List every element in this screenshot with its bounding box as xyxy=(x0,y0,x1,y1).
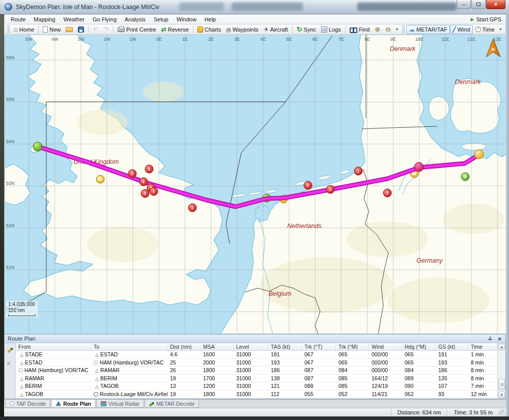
title-bar[interactable]: SkyDemon Plan: Isle of Man - Rostock-Laa… xyxy=(0,0,509,14)
menu-item-setup[interactable]: Setup xyxy=(150,15,173,23)
route-plan-panel-header[interactable]: Route Plan × xyxy=(5,334,505,343)
toolbar-label: Wind xyxy=(457,26,470,33)
waypoint-cell: Rostock-Laage Mil/Civ Airfield xyxy=(91,390,167,398)
table-cell: 1800 xyxy=(201,367,234,374)
toolbar-overflow-icon[interactable]: ▾ xyxy=(393,25,401,34)
map-badge[interactable]: I xyxy=(354,167,362,175)
map-badge[interactable] xyxy=(474,150,484,159)
menu-item-window[interactable]: Window xyxy=(173,15,201,23)
column-header[interactable]: Level xyxy=(234,343,268,350)
pin-icon[interactable] xyxy=(488,337,492,341)
toolbar-waypoints-button[interactable]: ◎Waypoints xyxy=(223,25,261,34)
tab-taf-decode[interactable]: TAF Decode xyxy=(5,400,50,408)
table-row[interactable]: △STADE△ESTAD4.6160031000191067065000/000… xyxy=(16,351,497,359)
map-badge[interactable]: I xyxy=(383,189,391,197)
start-gps-button[interactable]: ▶ Start GPS xyxy=(471,16,501,22)
map-badge[interactable]: I xyxy=(145,165,153,173)
toolbar-new-button[interactable]: New xyxy=(40,25,63,34)
delete-row-icon[interactable]: × xyxy=(7,359,11,367)
resize-grip[interactable] xyxy=(499,409,505,415)
map-badge[interactable]: M xyxy=(96,175,104,183)
column-header[interactable]: Trk (°T) xyxy=(302,343,336,350)
menu-item-analysis[interactable]: Analysis xyxy=(121,15,150,23)
column-header[interactable]: From xyxy=(16,343,91,350)
land-zealand xyxy=(450,78,501,133)
column-header[interactable]: Wind xyxy=(369,343,402,350)
toolbar-wind-button[interactable]: ╱Wind xyxy=(450,25,473,34)
map-badge[interactable]: I xyxy=(150,187,158,195)
scrollbar-thumb[interactable] xyxy=(498,379,505,390)
toolbar-time-button[interactable]: Time xyxy=(473,25,497,34)
table-cell: 087 xyxy=(302,375,336,382)
scroll-up-icon[interactable]: ▲ xyxy=(498,344,505,350)
map-badge[interactable]: I xyxy=(188,204,196,212)
table-row[interactable]: △RAMAR△BERIM19170031000138087085164/1208… xyxy=(16,375,497,383)
menu-item-weather[interactable]: Weather xyxy=(60,15,89,23)
toolbar-zoom-in-icon[interactable]: ⊕ xyxy=(372,25,383,34)
column-header[interactable]: Dist (nm) xyxy=(167,343,201,350)
toolbar-grip[interactable] xyxy=(7,25,10,33)
toolbar-zoom-out-icon[interactable]: ⊖ xyxy=(383,25,393,34)
menu-item-go-flying[interactable]: Go Flying xyxy=(89,15,121,23)
toolbar-overflow-icon[interactable]: ▾ xyxy=(497,25,504,34)
map-badge[interactable]: I xyxy=(326,185,334,193)
table-row[interactable]: △TAGOBRostock-Laage Mil/Civ Airfield1918… xyxy=(16,390,497,399)
toolbar-logs-button[interactable]: Logs xyxy=(319,25,344,34)
svg-text:52N: 52N xyxy=(6,223,15,228)
map-badge[interactable]: I xyxy=(128,170,136,178)
toolbar-print-centre-button[interactable]: Print Centre xyxy=(115,25,159,34)
panel-close-icon[interactable]: × xyxy=(498,335,501,343)
toolbar-charts-button[interactable]: Charts xyxy=(195,25,223,34)
svg-text:2E: 2E xyxy=(208,37,214,42)
close-button[interactable]: × xyxy=(486,0,505,9)
map-badge[interactable]: I xyxy=(304,181,312,189)
table-cell: 8 min xyxy=(468,367,497,374)
map-badge[interactable]: V xyxy=(461,173,469,181)
table-row[interactable]: △BERIM△TAGOB13120031000121088085124/1909… xyxy=(16,382,497,390)
toolbar-undo-icon[interactable]: ↶ xyxy=(90,25,101,34)
column-header[interactable]: TAS (kt) xyxy=(268,343,302,350)
map-badge[interactable] xyxy=(33,142,42,151)
toolbar-grip[interactable] xyxy=(402,25,405,33)
toolbar-label: METAR/TAF xyxy=(416,26,447,33)
toolbar: ⌂HomeNew↶↷Print Centre⇄ReverseCharts◎Way… xyxy=(4,24,506,35)
column-header[interactable]: Trk (°M) xyxy=(336,343,369,350)
map-badge[interactable]: I xyxy=(141,189,149,198)
toolbar-separator xyxy=(292,25,293,33)
svg-text:8E: 8E xyxy=(364,37,370,42)
table-row[interactable]: △ESTADHAM (Hamburg) VOR/TAC2520003100019… xyxy=(16,359,497,367)
toolbar-redo-icon[interactable]: ↷ xyxy=(101,25,111,34)
map-canvas[interactable]: 5W4W3W2W1W0E1E2E3E4E5E6E7E8E9E10E11E12E1… xyxy=(4,35,506,334)
column-header[interactable]: To xyxy=(91,343,167,350)
table-row[interactable]: HAM (Hamburg) VOR/TAC△RAMAR2618003100018… xyxy=(16,367,497,375)
table-scrollbar[interactable]: ▲ ▼ xyxy=(497,343,505,399)
menu-item-mapping[interactable]: Mapping xyxy=(30,15,59,23)
toolbar-metar-taf-button[interactable]: ☁METAR/TAF xyxy=(406,25,450,34)
map-badge[interactable] xyxy=(414,162,423,172)
table-cell: 31000 xyxy=(234,375,268,382)
toolbar-separator xyxy=(193,25,193,33)
toolbar-save-icon[interactable] xyxy=(75,25,87,34)
toolbar-find-button[interactable]: Find xyxy=(347,25,372,34)
column-header[interactable]: Time xyxy=(468,343,497,350)
map-badge[interactable]: I xyxy=(139,178,148,186)
menu-item-help[interactable]: Help xyxy=(201,15,220,23)
table-cell: 138 xyxy=(268,375,302,382)
menu-item-route[interactable]: Route xyxy=(7,15,30,23)
toolbar-sync-button[interactable]: ↻Sync xyxy=(294,25,319,34)
edit-row-icon[interactable] xyxy=(7,348,13,353)
sail-icon xyxy=(55,401,61,406)
toolbar-open-folder-icon[interactable] xyxy=(63,26,75,33)
minimize-button[interactable]: – xyxy=(457,0,471,9)
column-header[interactable]: GS (kt) xyxy=(436,343,468,350)
column-header[interactable]: Hdg (°M) xyxy=(402,343,436,350)
maximize-button[interactable] xyxy=(471,0,486,9)
tab-virtual-radar[interactable]: Virtual Radar xyxy=(96,400,144,408)
column-header[interactable]: MSA xyxy=(201,343,234,350)
toolbar-aircraft-button[interactable]: ✈Aircraft xyxy=(261,25,291,34)
tab-route-plan[interactable]: Route Plan xyxy=(51,400,96,408)
toolbar-reverse-button[interactable]: ⇄Reverse xyxy=(159,25,191,34)
toolbar-home-button[interactable]: ⌂Home xyxy=(11,25,37,34)
scroll-down-icon[interactable]: ▼ xyxy=(498,391,505,398)
tab-metar-decode[interactable]: METAR Decode xyxy=(145,400,199,408)
